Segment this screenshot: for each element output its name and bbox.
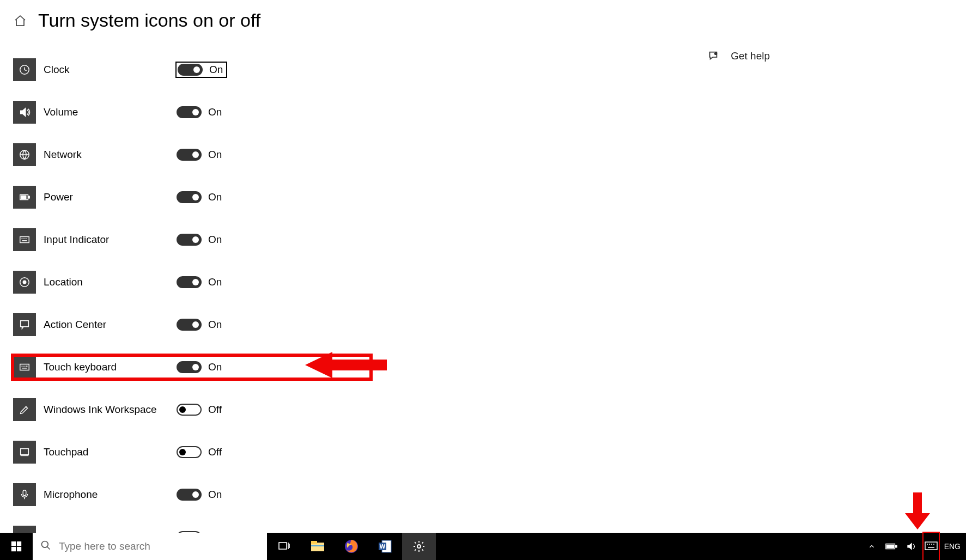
svg-point-29 — [42, 541, 48, 548]
toggle-switch[interactable] — [177, 149, 202, 161]
volume-icon — [13, 101, 36, 124]
svg-point-0 — [715, 53, 717, 55]
setting-row-power: PowerOn — [13, 186, 370, 209]
search-input[interactable] — [59, 540, 259, 552]
setting-row-windows-ink-workspace: Windows Ink WorkspaceOff — [13, 398, 370, 421]
touch-keyboard-icon — [13, 356, 36, 379]
toggle-switch[interactable] — [177, 106, 202, 118]
setting-row-clock: ClockOn — [13, 58, 370, 81]
setting-row-input-indicator: Input IndicatorOn — [13, 228, 370, 251]
svg-point-41 — [417, 545, 421, 548]
setting-label: Touchpad — [44, 446, 163, 458]
toggle-state-label: On — [208, 191, 222, 203]
svg-rect-21 — [23, 490, 26, 496]
setting-label: Clock — [44, 64, 163, 76]
tray-language[interactable]: ENG — [944, 533, 961, 560]
get-help-link[interactable]: Get help — [708, 50, 770, 62]
toggle-switch[interactable] — [178, 64, 203, 76]
toggle-wrap: On — [177, 276, 222, 288]
get-help-label: Get help — [731, 50, 770, 62]
toggle-wrap: On — [177, 489, 222, 501]
power-icon — [13, 186, 36, 209]
page-header: Turn system icons on or off — [0, 0, 966, 36]
word-icon[interactable]: W — [368, 533, 402, 560]
toggle-switch[interactable] — [177, 404, 202, 416]
svg-rect-44 — [886, 545, 894, 548]
toggle-switch[interactable] — [177, 191, 202, 203]
search-icon — [40, 540, 51, 553]
svg-rect-13 — [21, 321, 29, 327]
svg-rect-31 — [279, 543, 287, 549]
taskbar-search[interactable] — [33, 533, 267, 560]
setting-row-microphone: MicrophoneOn — [13, 483, 370, 506]
toggle-state-label: On — [208, 489, 222, 501]
firefox-icon[interactable] — [335, 533, 368, 560]
toggle-wrap: On — [177, 149, 222, 161]
touchpad-icon — [13, 441, 36, 464]
toggle-switch[interactable] — [177, 361, 202, 373]
toggle-wrap: On — [177, 106, 222, 118]
setting-label: Power — [44, 191, 163, 203]
svg-rect-6 — [20, 237, 29, 243]
svg-rect-19 — [21, 449, 29, 455]
input-indicator-icon — [13, 228, 36, 251]
toggle-switch[interactable] — [177, 276, 202, 288]
toggle-wrap: Off — [177, 446, 222, 458]
setting-row-touchpad: TouchpadOff — [13, 441, 370, 464]
toggle-state-label: On — [208, 234, 222, 246]
svg-rect-34 — [311, 543, 324, 551]
toggle-switch[interactable] — [177, 234, 202, 246]
svg-rect-28 — [17, 547, 21, 551]
home-icon[interactable] — [13, 14, 27, 28]
toggle-wrap: On — [177, 319, 222, 331]
system-tray: ENG — [865, 533, 966, 560]
setting-label: Volume — [44, 106, 163, 118]
setting-label: Microphone — [44, 489, 163, 501]
clock-icon — [13, 58, 36, 81]
system-icons-list: ClockOnVolumeOnNetworkOnPowerOnInput Ind… — [0, 58, 370, 549]
toggle-wrap: On — [177, 63, 226, 77]
setting-label: Windows Ink Workspace — [44, 404, 163, 416]
svg-rect-36 — [311, 545, 324, 546]
toggle-state-label: On — [208, 319, 222, 331]
toggle-state-label: Off — [208, 446, 222, 458]
settings-icon[interactable] — [402, 533, 436, 560]
windows-ink-icon — [13, 398, 36, 421]
toggle-wrap: On — [177, 361, 222, 373]
toggle-state-label: On — [208, 149, 222, 161]
toggle-switch[interactable] — [177, 319, 202, 331]
help-icon — [708, 50, 720, 62]
taskbar: W ENG — [0, 533, 966, 560]
setting-label: Location — [44, 276, 163, 288]
file-explorer-icon[interactable] — [301, 533, 335, 560]
setting-label: Touch keyboard — [44, 361, 163, 373]
task-view-icon[interactable] — [267, 533, 301, 560]
start-button[interactable] — [0, 533, 33, 560]
toggle-switch[interactable] — [177, 489, 202, 501]
setting-row-location: LocationOn — [13, 271, 370, 294]
tray-volume-icon[interactable] — [904, 533, 918, 560]
tray-chevron-icon[interactable] — [865, 533, 879, 560]
svg-rect-45 — [925, 542, 937, 550]
setting-row-network: NetworkOn — [13, 143, 370, 166]
svg-text:W: W — [380, 543, 386, 550]
setting-label: Action Center — [44, 319, 163, 331]
toggle-state-label: On — [208, 276, 222, 288]
svg-marker-23 — [305, 352, 387, 378]
tray-battery-icon[interactable] — [884, 533, 898, 560]
action-center-icon — [13, 313, 36, 336]
tray-touch-keyboard-icon[interactable] — [924, 533, 939, 560]
svg-point-12 — [23, 281, 26, 284]
svg-rect-25 — [11, 541, 16, 546]
svg-rect-5 — [21, 196, 26, 199]
svg-rect-43 — [895, 545, 897, 547]
taskbar-apps: W — [267, 533, 436, 560]
setting-row-volume: VolumeOn — [13, 101, 370, 124]
toggle-state-label: Off — [208, 404, 222, 416]
svg-rect-14 — [20, 364, 29, 370]
toggle-switch[interactable] — [177, 446, 202, 458]
page-title: Turn system icons on or off — [38, 10, 260, 31]
svg-rect-35 — [311, 541, 317, 544]
svg-marker-24 — [905, 492, 930, 529]
toggle-wrap: Off — [177, 404, 222, 416]
